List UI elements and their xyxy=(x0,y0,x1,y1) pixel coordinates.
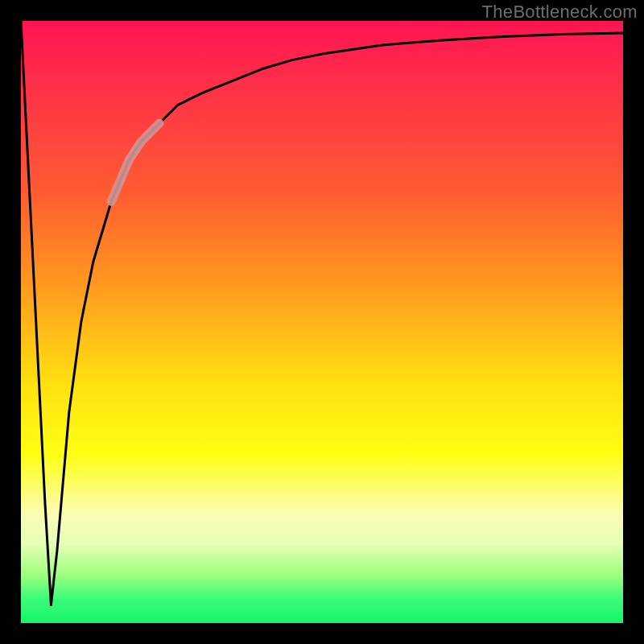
curve-path xyxy=(21,21,623,605)
plot-area xyxy=(21,21,623,623)
bottleneck-curve xyxy=(21,21,623,623)
curve-highlight xyxy=(111,123,159,201)
chart-container: TheBottleneck.com xyxy=(0,0,644,644)
watermark-label: TheBottleneck.com xyxy=(482,2,638,23)
